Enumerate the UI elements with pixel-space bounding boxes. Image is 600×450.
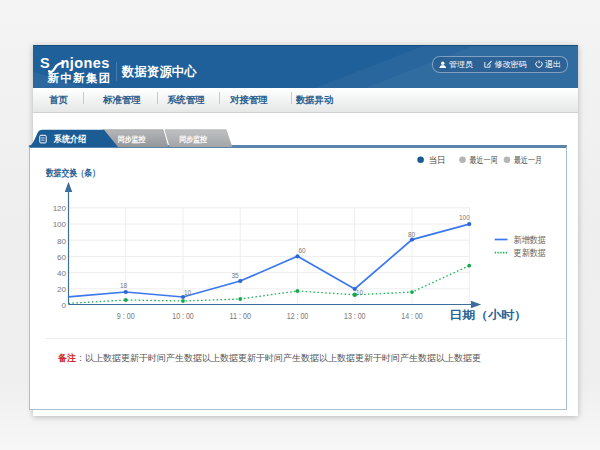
svg-text:60: 60 [299, 247, 307, 254]
svg-text:11 : 00: 11 : 00 [230, 311, 252, 321]
svg-text:100: 100 [459, 214, 470, 221]
svg-text:14 : 00: 14 : 00 [401, 311, 423, 321]
svg-text:最近一周: 最近一周 [470, 155, 498, 165]
svg-text:40: 40 [57, 269, 66, 278]
svg-text:数据交换（条）: 数据交换（条） [45, 167, 100, 179]
svg-text:80: 80 [57, 237, 66, 246]
svg-text:13 : 00: 13 : 00 [344, 311, 366, 321]
svg-text:100: 100 [53, 220, 67, 229]
svg-text:新增数据: 新增数据 [514, 234, 547, 245]
svg-text:9 : 00: 9 : 00 [117, 311, 135, 321]
svg-text:10: 10 [184, 289, 192, 296]
svg-text:80: 80 [408, 231, 416, 238]
svg-text:0: 0 [62, 301, 67, 310]
svg-text:12 : 00: 12 : 00 [287, 311, 309, 321]
svg-text:60: 60 [57, 253, 66, 262]
svg-text:18: 18 [120, 282, 128, 289]
svg-text:最近一月: 最近一月 [514, 155, 542, 165]
svg-text:当日: 当日 [429, 155, 446, 165]
svg-text:10 : 00: 10 : 00 [172, 311, 194, 321]
svg-text:日期（小时）: 日期（小时） [449, 308, 527, 322]
svg-text:20: 20 [57, 285, 66, 294]
svg-text:更新数据: 更新数据 [514, 247, 547, 258]
svg-text:120: 120 [53, 204, 67, 213]
svg-text:35: 35 [232, 272, 240, 279]
svg-text:10: 10 [356, 289, 364, 296]
